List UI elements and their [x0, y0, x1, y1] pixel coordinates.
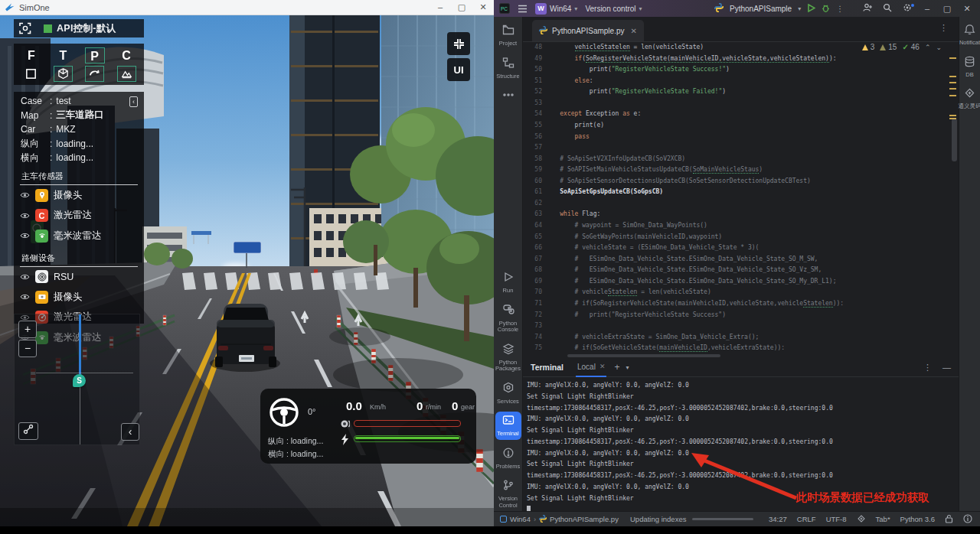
horizontal-scrollbar[interactable]: [567, 354, 720, 357]
stripe-item-python-console[interactable]: Python Console: [495, 301, 521, 336]
terminal-line: timestamp:1730864458317,posX:-46.25,posY…: [527, 403, 959, 415]
terminal-options-icon[interactable]: ⋮: [923, 363, 932, 373]
info-circle-icon[interactable]: [963, 514, 972, 525]
line-number: 52: [523, 86, 542, 98]
project-selector[interactable]: W Win64▾: [535, 3, 577, 15]
collapse-minimap-button[interactable]: ‹: [121, 423, 139, 441]
maximize-button[interactable]: ▢: [937, 4, 957, 14]
statusbar-item-crlf[interactable]: CRLF: [797, 515, 816, 523]
close-button[interactable]: ✕: [472, 0, 494, 15]
vcs-menu[interactable]: Version control▾: [585, 5, 642, 13]
stripe-item-通义灵码[interactable]: 通义灵码: [957, 85, 980, 112]
annotation-text: 此时场景数据已经成功获取: [796, 490, 929, 505]
close-button[interactable]: ✕: [957, 4, 977, 14]
terminal-icon: [502, 414, 514, 429]
code-editor[interactable]: 48 vehicleStatelen = len(vehicleState)49…: [523, 42, 959, 358]
sensor-row-激光雷达: C激光雷达: [20, 206, 138, 226]
statusbar-item-34-27[interactable]: 34:27: [769, 515, 787, 523]
stripe-item-version-control[interactable]: Version Control: [495, 477, 521, 511]
cube-icon[interactable]: [54, 66, 73, 82]
terminal-tab-local[interactable]: Local✕: [576, 358, 606, 377]
main-menu-icon[interactable]: [518, 5, 528, 13]
fullscreen-button[interactable]: [447, 32, 470, 55]
view-mode-f[interactable]: F: [21, 47, 41, 63]
zoom-out-button[interactable]: −: [18, 340, 37, 357]
line-number: 59: [523, 164, 542, 176]
progress-bar: [692, 518, 753, 520]
stripe-item-project[interactable]: Project: [495, 21, 521, 50]
tab-pythonapisample[interactable]: PythonAPISample.py ✕: [532, 20, 644, 41]
visibility-eye-icon[interactable]: [20, 290, 30, 304]
pyconsole-icon: [502, 304, 514, 319]
info-label: 横向: [21, 151, 48, 164]
statusbar-item-python-3-6[interactable]: Python 3.6: [900, 515, 935, 523]
sensor-row-摄像头: 摄像头: [20, 185, 138, 206]
visibility-eye-icon[interactable]: [20, 209, 30, 223]
line-number: 49: [523, 54, 542, 65]
code-text: # ESimOne_Data_Vehicle_State.ESimOne_Dat…: [545, 254, 818, 265]
run-configuration[interactable]: PythonAPISample: [730, 5, 792, 13]
stripe-item-more[interactable]: [495, 86, 521, 106]
tab-close-icon[interactable]: ✕: [631, 27, 637, 35]
inspections-widget[interactable]: 3 15 ✓46 ⌃ ⌄: [862, 43, 942, 51]
unlock-icon[interactable]: [945, 514, 953, 525]
search-icon[interactable]: [877, 3, 897, 14]
minimize-button[interactable]: –: [917, 4, 937, 13]
stripe-item-terminal[interactable]: Terminal: [495, 412, 521, 440]
waypoint-tool-button[interactable]: [18, 422, 38, 440]
code-line: 67 # ESimOne_Data_Vehicle_State.ESimOne_…: [523, 254, 959, 265]
statusbar-item-utf-8[interactable]: UTF-8: [826, 515, 847, 523]
select-region-icon[interactable]: [21, 66, 41, 82]
line-number: 63: [523, 209, 542, 220]
statusbar-item-tab-[interactable]: Tab*: [876, 515, 890, 523]
code-text: else:: [545, 76, 593, 87]
route-line-tail: [80, 382, 80, 444]
run-button[interactable]: [807, 4, 815, 14]
simone-logo-icon: [5, 2, 15, 12]
maximize-button[interactable]: ▢: [451, 0, 472, 15]
minimize-button[interactable]: –: [430, 0, 451, 15]
more-actions-icon[interactable]: ⋮: [836, 5, 844, 13]
scene-road-sign: [234, 242, 261, 253]
terminal-panel[interactable]: Terminal Local✕ + ▾ ⋮ — IMU: angVelX:0.0…: [523, 358, 959, 511]
stripe-item-services[interactable]: Services: [495, 379, 521, 408]
code-text: pass: [545, 132, 590, 143]
code-text: # vehicleExtraState = SimOne_Data_Vehicl…: [545, 332, 759, 344]
tab-options-icon[interactable]: ⋮: [939, 23, 948, 33]
tab-close-icon[interactable]: ✕: [599, 363, 606, 370]
stripe-item-structure[interactable]: Structure: [495, 54, 521, 83]
stripe-item-python-packages[interactable]: Python Packages: [495, 340, 521, 375]
code-line: 57: [523, 142, 959, 154]
prev-problem-icon[interactable]: ⌃: [925, 44, 931, 51]
terminal-dropdown-icon[interactable]: ▾: [626, 364, 629, 371]
new-terminal-icon[interactable]: +: [614, 362, 619, 373]
stripe-item-db[interactable]: DB: [957, 54, 980, 81]
visibility-eye-icon[interactable]: [20, 270, 30, 284]
ui-toggle-button[interactable]: UI: [447, 58, 470, 81]
next-problem-icon[interactable]: ⌄: [936, 44, 942, 51]
collapse-icon[interactable]: ‹: [129, 96, 138, 107]
simulation-viewport[interactable]: API控制-默认 FTPC Case:testMap:三车道路口Car:MKZ纵…: [0, 15, 494, 526]
stripe-item-notificat[interactable]: Notificat: [957, 21, 980, 49]
view-mode-p[interactable]: P: [85, 47, 105, 63]
view-mode-t[interactable]: T: [53, 47, 73, 63]
terrain-icon[interactable]: [117, 66, 136, 82]
zoom-in-button[interactable]: +: [18, 321, 37, 338]
breadcrumb[interactable]: Win64 › PythonAPISample.py: [500, 515, 619, 524]
info-label: Map: [21, 110, 48, 121]
stripe-item-run[interactable]: Run: [495, 269, 521, 297]
code-line: 71 # if(SoRegisterVehicleState(mainVehic…: [523, 298, 959, 310]
view-mode-c[interactable]: C: [116, 47, 136, 63]
minimap[interactable]: + − S ‹: [14, 314, 140, 445]
stripe-item-problems[interactable]: Problems: [495, 444, 521, 473]
weak-warning-icon: [880, 44, 886, 50]
visibility-eye-icon[interactable]: [20, 229, 30, 243]
add-user-icon[interactable]: [858, 3, 877, 14]
visibility-eye-icon[interactable]: [20, 188, 30, 202]
undo-icon[interactable]: [85, 66, 104, 82]
hide-terminal-icon[interactable]: —: [942, 363, 951, 373]
settings-gear-icon[interactable]: [897, 3, 917, 14]
line-number: 64: [523, 220, 542, 232]
debug-button[interactable]: [822, 4, 830, 14]
vertical-scrollbar[interactable]: [952, 119, 957, 161]
